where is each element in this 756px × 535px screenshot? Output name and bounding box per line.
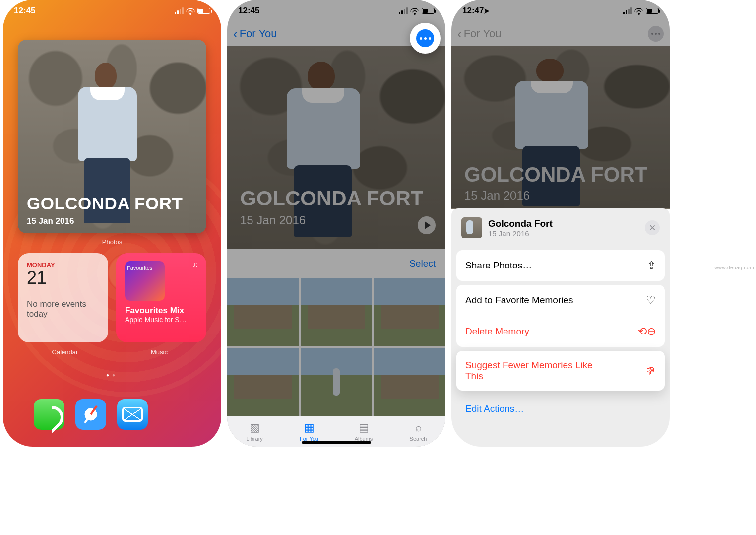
battery-icon [197, 8, 210, 14]
battery-icon [646, 8, 659, 14]
status-right [399, 7, 435, 14]
play-button[interactable] [418, 216, 436, 234]
memory-title: GOLCONDA FORT [464, 163, 647, 187]
share-icon: ⇪ [647, 259, 656, 272]
memory-date: 15 Jan 2016 [27, 216, 74, 226]
status-time: 12:45 [238, 6, 259, 16]
home-indicator[interactable] [302, 441, 371, 444]
search-icon: ⌕ [415, 421, 422, 434]
photo-thumb[interactable] [301, 348, 373, 416]
music-art-label1: Favourites [127, 265, 152, 271]
sheet-thumb [461, 217, 482, 238]
wifi-icon [186, 8, 195, 14]
status-bar: 12:47 ➤ [451, 0, 670, 22]
row-label: Suggest Fewer Memories Like This [465, 360, 604, 382]
calendar-widget[interactable]: MONDAY 21 No more events today [18, 253, 108, 342]
back-button[interactable]: ‹ For You [233, 26, 277, 42]
status-bar: 12:45 [227, 0, 445, 22]
back-button[interactable]: ‹ For You [457, 26, 502, 42]
sheet-title: Golconda Fort [488, 218, 553, 229]
library-icon: ▧ [250, 421, 260, 434]
page-indicator[interactable]: ●● [3, 372, 221, 378]
widget-labels: Calendar Music [18, 348, 206, 356]
memory-title: GOLCONDA FORT [27, 194, 183, 213]
sheet-header: Golconda Fort 15 Jan 2016 ✕ [456, 215, 665, 246]
photo-thumb[interactable] [374, 278, 445, 346]
select-button[interactable]: Select [409, 258, 436, 269]
back-label: For You [464, 27, 502, 40]
wifi-icon [634, 8, 643, 14]
memory-hero[interactable]: GOLCONDA FORT 15 Jan 2016 [227, 46, 445, 249]
battery-icon [422, 8, 435, 14]
photo-thumb[interactable] [301, 278, 373, 346]
memory-title: GOLCONDA FORT [240, 187, 423, 210]
sheet-subtitle: 15 Jan 2016 [488, 229, 553, 238]
row-label: Edit Actions… [465, 403, 524, 414]
dock [23, 391, 201, 438]
status-right [623, 7, 659, 14]
mail-app-icon[interactable] [117, 399, 148, 430]
row-label: Share Photos… [465, 260, 532, 271]
widget-app-label-photos: Photos [3, 238, 221, 246]
memory-date: 15 Jan 2016 [240, 213, 306, 227]
status-time: 12:45 [14, 6, 35, 16]
close-button[interactable]: ✕ [645, 220, 660, 235]
back-label: For You [240, 27, 277, 40]
more-icon [416, 29, 434, 47]
suggest-fewer-button[interactable]: Suggest Fewer Memories Like This 👎︎ [456, 351, 665, 391]
music-icon: ♫ [192, 260, 198, 269]
status-bar: 12:45 [3, 0, 221, 22]
photo-grid [227, 278, 445, 416]
wifi-icon [410, 8, 419, 14]
calendar-dom: 21 [27, 268, 99, 288]
memory-hero: GOLCONDA FORT 15 Jan 2016 [451, 46, 670, 209]
delete-memory-button[interactable]: Delete Memory ⟲⊖ [456, 316, 665, 347]
signal-icon [175, 7, 184, 14]
safari-app-icon[interactable] [75, 399, 106, 430]
status-time: 12:47 [462, 6, 484, 16]
share-photos-button[interactable]: Share Photos… ⇪ [456, 250, 665, 281]
foryou-icon: ▦ [304, 421, 315, 434]
add-favorite-button[interactable]: Add to Favorite Memories ♡ [456, 285, 665, 316]
tab-library[interactable]: ▧ Library [227, 416, 282, 447]
status-right [175, 7, 210, 14]
memory-date: 15 Jan 2016 [464, 189, 530, 202]
row-label: Add to Favorite Memories [465, 295, 573, 306]
signal-icon [399, 7, 408, 14]
calendar-events: No more events today [27, 299, 99, 319]
suggest-fewer-block: Suggest Fewer Memories Like This 👎︎ [456, 351, 665, 391]
tab-label: Search [410, 436, 427, 442]
music-subtitle: Apple Music for S… [125, 316, 197, 324]
tab-search[interactable]: ⌕ Search [391, 416, 445, 447]
screen-action-sheet: 12:47 ➤ ‹ For You GOLCONDA FORT 15 Jan 2… [451, 0, 670, 447]
more-button-dim[interactable] [648, 26, 664, 42]
signal-icon [623, 7, 632, 14]
heart-icon: ♡ [646, 294, 656, 307]
music-label: Music [112, 348, 206, 356]
music-artwork: Favourites [125, 261, 165, 301]
memory-widget[interactable]: GOLCONDA FORT 15 Jan 2016 [18, 40, 206, 233]
calendar-label: Calendar [18, 348, 112, 356]
thumbs-down-icon: 👎︎ [645, 364, 656, 377]
music-title: Favourites Mix [125, 306, 197, 316]
phone-app-icon[interactable] [34, 399, 64, 430]
screen-memory-detail: 12:45 ‹ For You GOLCONDA FORT 15 Jan 201… [227, 0, 445, 447]
share-block: Share Photos… ⇪ [456, 250, 665, 281]
row-label: Delete Memory [465, 326, 529, 337]
photo-thumb[interactable] [374, 348, 445, 416]
chevron-left-icon: ‹ [233, 26, 238, 42]
nav-bar: ‹ For You [451, 22, 670, 46]
edit-actions-button[interactable]: Edit Actions… [456, 395, 665, 423]
music-widget[interactable]: ♫ Favourites Favourites Mix Apple Music … [116, 253, 206, 342]
photo-thumb[interactable] [227, 278, 299, 346]
location-icon: ➤ [484, 7, 490, 15]
chevron-left-icon: ‹ [457, 26, 462, 42]
action-sheet: Golconda Fort 15 Jan 2016 ✕ Share Photos… [451, 208, 670, 447]
memory-actions-block: Add to Favorite Memories ♡ Delete Memory… [456, 285, 665, 347]
delete-icon: ⟲⊖ [638, 325, 656, 338]
photo-thumb[interactable] [227, 348, 299, 416]
close-icon: ✕ [649, 223, 656, 233]
tab-label: Library [246, 436, 263, 442]
albums-icon: ▤ [359, 421, 369, 434]
more-button[interactable] [410, 23, 441, 54]
